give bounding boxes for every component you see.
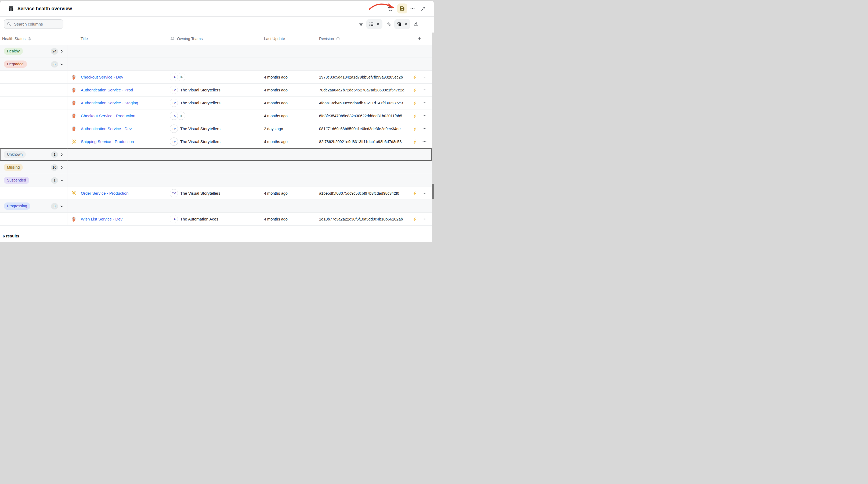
- table-row[interactable]: Authentication Service - Prod TV The Vis…: [0, 84, 432, 96]
- more-options-button[interactable]: [409, 5, 416, 12]
- octopus-service-icon: [71, 113, 76, 119]
- team-avatar[interactable]: TV: [170, 124, 178, 133]
- column-header-title[interactable]: Title: [81, 36, 88, 41]
- team-avatar[interactable]: TV: [170, 189, 178, 197]
- list-view-toggle[interactable]: [366, 19, 382, 29]
- column-header-revision[interactable]: Revision: [319, 36, 334, 41]
- table-body: Healthy 24 Degraded 6: [0, 45, 434, 226]
- undo-button[interactable]: [387, 5, 394, 12]
- status-badge: Suspended: [4, 177, 29, 184]
- entity-title-link[interactable]: Checkout Service - Dev: [81, 75, 123, 79]
- table-row[interactable]: Authentication Service - Dev TV The Visu…: [0, 122, 432, 135]
- row-menu-icon[interactable]: [422, 113, 427, 118]
- lightning-action-icon[interactable]: [413, 191, 417, 196]
- table-row[interactable]: Checkout Service - Dev TA TF 4 months ag…: [0, 71, 432, 84]
- table-icon: [8, 6, 14, 11]
- chevron-down-icon[interactable]: [60, 178, 64, 182]
- team-avatar[interactable]: TA: [170, 215, 178, 223]
- lightning-action-icon[interactable]: [413, 217, 417, 222]
- chevron-down-icon[interactable]: [60, 204, 64, 208]
- lightning-action-icon[interactable]: [413, 113, 417, 118]
- search-input[interactable]: [13, 22, 60, 27]
- column-header-health-status[interactable]: Health Status: [2, 36, 26, 41]
- row-menu-icon[interactable]: [422, 217, 427, 221]
- lightning-action-icon[interactable]: [413, 88, 417, 92]
- row-menu-icon[interactable]: [422, 101, 427, 105]
- entity-title-link[interactable]: Authentication Service - Prod: [81, 88, 133, 92]
- team-avatar[interactable]: TF: [177, 73, 185, 81]
- last-update-cell: 4 months ago: [264, 96, 319, 109]
- team-avatar[interactable]: TA: [170, 73, 178, 81]
- group-count: 1: [51, 177, 58, 184]
- status-badge: Progressing: [4, 202, 30, 209]
- row-menu-icon[interactable]: [422, 126, 427, 131]
- group-by-icon: [397, 22, 402, 27]
- team-name: The Visual Storytellers: [180, 139, 220, 144]
- chevron-right-icon[interactable]: [60, 50, 64, 53]
- group-by-toggle[interactable]: [394, 19, 410, 29]
- team-name: The Visual Storytellers: [180, 126, 220, 131]
- column-header-owning-teams[interactable]: Owning Teams: [177, 36, 203, 41]
- row-menu-icon[interactable]: [422, 139, 427, 144]
- lightning-action-icon[interactable]: [413, 101, 417, 106]
- save-icon: [399, 6, 405, 11]
- download-icon[interactable]: [413, 21, 419, 27]
- row-menu-icon[interactable]: [422, 88, 427, 92]
- team-name: The Visual Storytellers: [180, 191, 220, 196]
- chevron-right-icon[interactable]: [60, 166, 64, 169]
- chevron-down-icon[interactable]: [60, 62, 64, 66]
- row-menu-icon[interactable]: [422, 191, 427, 196]
- team-avatar[interactable]: TV: [170, 137, 178, 146]
- entity-title-link[interactable]: Order Service - Production: [81, 191, 129, 196]
- lightning-action-icon[interactable]: [413, 126, 417, 131]
- save-button[interactable]: [397, 3, 407, 13]
- scrollbar-thumb[interactable]: [432, 184, 434, 199]
- last-update-cell: 4 months ago: [264, 187, 319, 200]
- plus-icon: [417, 36, 422, 41]
- collapse-icon[interactable]: [420, 5, 427, 12]
- lightning-action-icon[interactable]: [413, 139, 417, 144]
- info-icon: [336, 37, 340, 41]
- chevron-right-icon[interactable]: [60, 153, 64, 156]
- app-window: Service health overview: [0, 1, 434, 242]
- group-row-progressing[interactable]: Progressing 3: [0, 200, 432, 213]
- entity-title-link[interactable]: Wish List Service - Dev: [81, 217, 122, 221]
- lightning-action-icon[interactable]: [413, 75, 417, 80]
- team-avatar[interactable]: TA: [170, 112, 178, 120]
- team-avatar[interactable]: TV: [170, 86, 178, 94]
- last-update-cell: 4 months ago: [264, 109, 319, 122]
- table-row[interactable]: Authentication Service - Staging TV The …: [0, 96, 432, 109]
- group-row-healthy[interactable]: Healthy 24: [0, 45, 432, 58]
- filter-icon[interactable]: [358, 22, 364, 27]
- group-row-suspended[interactable]: Suspended 1: [0, 174, 432, 187]
- search-box[interactable]: [4, 19, 63, 29]
- entity-title-link[interactable]: Authentication Service - Staging: [81, 101, 138, 105]
- entity-title-link[interactable]: Authentication Service - Dev: [81, 126, 132, 131]
- column-header-last-update[interactable]: Last Update: [264, 36, 285, 41]
- table-toolbar: [0, 17, 434, 33]
- table-row[interactable]: Order Service - Production TV The Visual…: [0, 187, 432, 200]
- health-status-cell: [0, 213, 67, 225]
- revision-cell: 6fd8fe35470b5e832a30622dd8ed31b02011fbb5: [319, 109, 407, 122]
- list-icon: [369, 22, 374, 27]
- group-count: 3: [51, 203, 58, 209]
- group-row-degraded[interactable]: Degraded 6: [0, 58, 432, 71]
- sort-icon[interactable]: [386, 21, 392, 27]
- team-name: The Automation Aces: [180, 217, 218, 221]
- entity-title-link[interactable]: Checkout Service - Production: [81, 113, 135, 118]
- last-update-cell: 4 months ago: [264, 213, 319, 225]
- group-row-missing[interactable]: Missing 10: [0, 161, 432, 174]
- group-row-unknown[interactable]: Unknown 1: [0, 148, 432, 161]
- table-row[interactable]: Wish List Service - Dev TA The Automatio…: [0, 213, 432, 226]
- team-avatar[interactable]: TV: [170, 99, 178, 107]
- row-menu-icon[interactable]: [422, 75, 427, 79]
- add-column-button[interactable]: [417, 36, 422, 41]
- table-row[interactable]: Shipping Service - Production TV The Vis…: [0, 135, 432, 148]
- scrollbar[interactable]: [432, 32, 434, 242]
- last-update-cell: 4 months ago: [264, 135, 319, 148]
- table-row[interactable]: Checkout Service - Production TA TF 4 mo…: [0, 109, 432, 122]
- team-avatar[interactable]: TF: [177, 112, 185, 120]
- page-title: Service health overview: [18, 6, 72, 11]
- group-count: 6: [51, 61, 58, 67]
- entity-title-link[interactable]: Shipping Service - Production: [81, 139, 134, 144]
